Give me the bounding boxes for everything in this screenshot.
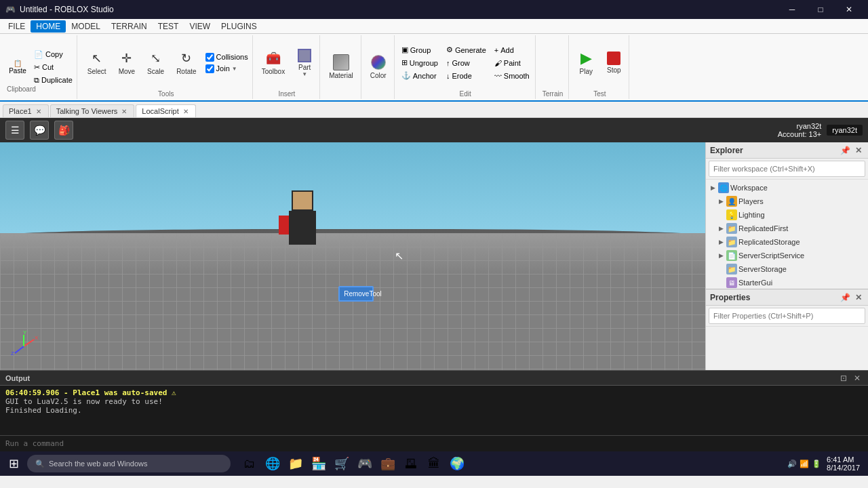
duplicate-button[interactable]: ⧉ Duplicate xyxy=(31,74,75,86)
chat-button[interactable]: 💬 xyxy=(30,121,49,140)
anchor-button[interactable]: ⚓ Anchor xyxy=(399,70,441,82)
app2[interactable]: 🏛 xyxy=(423,453,445,474)
explorer-controls: 📌 ✕ xyxy=(840,145,864,156)
edit-left: ▣ Group ⊞ Ungroup ⚓ Anchor xyxy=(399,44,441,82)
chrome-app[interactable]: 🌍 xyxy=(446,453,468,474)
svg-text:Y: Y xyxy=(23,329,27,336)
explorer-panel: Explorer 📌 ✕ ▶ 🌐 Workspace ▶ 👤 xyxy=(706,142,868,289)
erode-button[interactable]: ↓ Erode xyxy=(443,70,489,82)
character xyxy=(282,190,323,245)
menu-terrain[interactable]: TERRAIN xyxy=(106,20,153,33)
viewport[interactable]: RemoveTool ↖ X Y Z xyxy=(0,142,705,370)
command-input[interactable] xyxy=(5,439,863,448)
tab-local-script[interactable]: LocalScript ✕ xyxy=(136,104,195,117)
menu-toggle-button[interactable]: ☰ xyxy=(5,121,24,140)
task-view-app[interactable]: 🗂 xyxy=(239,453,260,474)
collisions-check[interactable] xyxy=(205,53,214,62)
username-display: ryan32t xyxy=(778,122,822,130)
group-button[interactable]: ▣ Group xyxy=(399,44,441,56)
tree-item-replicated-first[interactable]: ▶ 📁 ReplicatedFirst xyxy=(706,222,868,235)
cut-button[interactable]: ✂ Cut xyxy=(31,61,75,73)
tree-item-server-script-service[interactable]: ▶ 📄 ServerScriptService xyxy=(706,249,868,262)
ungroup-button[interactable]: ⊞ Ungroup xyxy=(399,57,441,69)
tab-place1[interactable]: Place1 ✕ xyxy=(3,104,49,117)
character-body xyxy=(289,211,316,245)
explorer-close-button[interactable]: ✕ xyxy=(853,145,864,156)
output-popout-button[interactable]: ⊡ xyxy=(838,373,849,383)
close-button[interactable]: ✕ xyxy=(835,2,863,17)
title-text: 🎮 Untitled - ROBLOX Studio xyxy=(5,5,114,14)
erode-label: Erode xyxy=(452,72,471,80)
app1[interactable]: 🗳 xyxy=(400,453,422,474)
scale-button[interactable]: ⤡ Scale xyxy=(142,45,169,81)
explorer-app[interactable]: 📁 xyxy=(285,453,307,474)
grow-label: Grow xyxy=(452,59,469,67)
add-button[interactable]: + Add xyxy=(492,44,532,56)
color-button[interactable]: Color xyxy=(366,49,391,84)
output-close-button[interactable]: ✕ xyxy=(852,373,863,383)
store-app[interactable]: 🏪 xyxy=(308,453,330,474)
edge-app[interactable]: 🌐 xyxy=(262,453,283,474)
menu-plugins[interactable]: PLUGINS xyxy=(216,20,262,33)
amazon-app[interactable]: 🛒 xyxy=(331,453,353,474)
menu-home[interactable]: HOME xyxy=(31,20,66,33)
collisions-checkbox[interactable]: Collisions xyxy=(204,52,250,62)
work-app[interactable]: 💼 xyxy=(377,453,399,474)
ribbon-content: 📋 Paste 📄 Copy ✂ Cut ⧉ Duplicate Clipboa… xyxy=(0,34,868,100)
properties-close-button[interactable]: ✕ xyxy=(853,292,864,303)
properties-filter-input[interactable] xyxy=(709,308,865,324)
bag-button[interactable]: 🎒 xyxy=(54,121,73,140)
tree-item-starter-gui[interactable]: ▶ 🖥 StarterGui xyxy=(706,276,868,289)
explorer-filter-input[interactable] xyxy=(709,161,865,177)
start-button[interactable]: ⊞ xyxy=(3,453,24,474)
viewport-toolbar: ☰ 💬 🎒 ryan32t Account: 13+ ryan32t xyxy=(0,118,868,142)
tree-item-players[interactable]: ▶ 👤 Players xyxy=(706,195,868,208)
taskbar-right: 🔊 📶 🔋 6:41 AM 8/14/2017 xyxy=(787,455,865,472)
group-icon: ▣ xyxy=(401,45,408,54)
stop-button[interactable]: Stop xyxy=(601,45,626,81)
smooth-label: Smooth xyxy=(504,72,530,80)
grow-button[interactable]: ↑ Grow xyxy=(443,57,489,69)
move-button[interactable]: ✛ Move xyxy=(114,45,140,81)
select-button[interactable]: ↖ Select xyxy=(83,45,111,81)
join-checkbox[interactable]: Join ▼ xyxy=(204,64,250,74)
tab-talking-to-viewers[interactable]: Talking To Viewers ✕ xyxy=(50,104,135,117)
copy-button[interactable]: 📄 Copy xyxy=(31,48,75,60)
properties-pin-button[interactable]: 📌 xyxy=(840,292,850,303)
duplicate-icon: ⧉ xyxy=(34,76,39,85)
tree-item-lighting[interactable]: ▶ 💡 Lighting xyxy=(706,208,868,222)
server-script-arrow: ▶ xyxy=(717,251,725,260)
generate-button[interactable]: ⚙ Generate xyxy=(443,44,489,56)
tree-item-workspace[interactable]: ▶ 🌐 Workspace xyxy=(706,181,868,195)
taskbar-search[interactable]: 🔍 Search the web and Windows xyxy=(27,455,231,472)
menu-file[interactable]: FILE xyxy=(3,20,31,33)
maximize-button[interactable]: □ xyxy=(807,2,834,17)
menu-view[interactable]: VIEW xyxy=(184,20,216,33)
cut-icon: ✂ xyxy=(34,63,40,72)
output-header: Output ⊡ ✕ xyxy=(0,371,868,386)
tab-place1-close[interactable]: ✕ xyxy=(35,108,43,115)
add-label: Add xyxy=(500,46,514,54)
menu-model[interactable]: MODEL xyxy=(66,20,106,33)
color-icon xyxy=(370,54,387,70)
menu-test[interactable]: TEST xyxy=(153,20,184,33)
part-button[interactable]: Part ▼ xyxy=(292,45,317,81)
toolbox-button[interactable]: 🧰 Toolbox xyxy=(257,45,290,81)
tab-talking-close[interactable]: ✕ xyxy=(120,108,128,115)
rotate-button[interactable]: ↻ Rotate xyxy=(172,45,201,81)
output-line-lua: GUI to LuaV2.5 is now ready to use! xyxy=(5,397,863,406)
paint-button[interactable]: 🖌 Paint xyxy=(492,57,532,69)
material-button[interactable]: Material xyxy=(324,49,358,84)
terrain-section: Terrain xyxy=(537,35,570,99)
minimize-button[interactable]: ─ xyxy=(778,2,806,17)
search-icon: 🔍 xyxy=(35,460,45,468)
join-check[interactable] xyxy=(205,64,214,73)
game-app[interactable]: 🎮 xyxy=(354,453,376,474)
tree-item-replicated-storage[interactable]: ▶ 📁 ReplicatedStorage xyxy=(706,235,868,249)
terrain-section-label: Terrain xyxy=(542,90,564,98)
tab-localscript-close[interactable]: ✕ xyxy=(182,108,190,115)
smooth-button[interactable]: 〰 Smooth xyxy=(492,70,532,82)
tree-item-server-storage[interactable]: ▶ 📁 ServerStorage xyxy=(706,262,868,276)
play-button[interactable]: ▶ Play xyxy=(573,45,599,81)
explorer-pin-button[interactable]: 📌 xyxy=(840,145,850,156)
